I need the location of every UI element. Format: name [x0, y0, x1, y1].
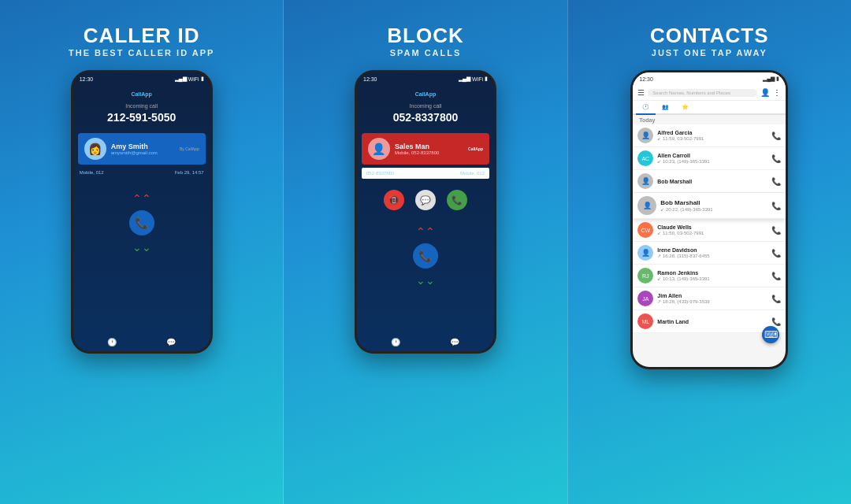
status-icons-3: ▂▄▆ ▮ — [763, 76, 779, 82]
callapp-logo-2: CallApp — [415, 91, 436, 97]
accept-btn-2[interactable]: 📞 — [413, 243, 438, 269]
signal-icon-3: ▂▄▆ — [763, 76, 775, 82]
contact-avatar-bob: 👤 — [637, 196, 656, 215]
contact-info-martin: Martin Land — [657, 319, 767, 324]
call-meta-1: Mobile, 012 Feb 29, 14:57 — [78, 168, 206, 177]
battery-icon-1: ▮ — [201, 76, 204, 82]
battery-icon-2: ▮ — [485, 76, 488, 82]
phone-mockup-2: 12:30 ▂▄▆ WiFi ▮ CallApp Incoming call 0… — [355, 70, 496, 354]
decline-button[interactable]: 📵 — [384, 190, 404, 210]
caller-avatar-1: 👩 — [84, 138, 106, 160]
call-action-buttons: 📵 💬 📞 — [384, 190, 467, 210]
message-icon-1: 💬 — [166, 338, 176, 346]
call-icon-bob[interactable]: 📞 — [771, 202, 781, 210]
incoming-label-2: Incoming call — [410, 103, 442, 109]
call-screen-1: CallApp Incoming call 212-591-5050 👩 Amy… — [73, 85, 210, 354]
profile-icon[interactable]: 👤 — [760, 88, 770, 97]
contact-row-bob-highlighted: 👤 Bob Marshall ↙ 20:22, (149)-365-3391 📞 — [633, 193, 786, 219]
contact-detail-bob: ↙ 20:22, (149)-365-3391 — [660, 206, 767, 212]
caller-id-main-title: CALLER ID — [69, 24, 214, 48]
spam-call-type: Mobile, 012 — [460, 171, 485, 176]
phone-bottom-bar-2: 🕐 💬 — [357, 338, 494, 346]
spam-callapp-logo: CallApp — [444, 146, 483, 151]
contact-avatar-jim: JA — [637, 291, 653, 306]
spam-caller-name: Sales Man — [395, 143, 439, 150]
more-icon[interactable]: ⋮ — [773, 88, 781, 97]
contacts-list-container: Today 👤 Alfred Garcia ↙ 11:59, 03-502-79… — [633, 115, 786, 354]
panel-caller-id: CALLER ID THE BEST CALLER ID APP 12:30 ▂… — [0, 0, 283, 504]
call-icon-martin[interactable]: 📞 — [771, 317, 781, 326]
call-icon-jim[interactable]: 📞 — [771, 295, 781, 303]
panel-3-title: CONTACTS JUST ONE TAP AWAY — [650, 24, 769, 57]
call-type-1: Mobile, 012 — [80, 170, 104, 175]
contact-detail-irene: ↗ 16:28, (315)-837-6455 — [657, 253, 767, 258]
contact-avatar-irene: 👤 — [637, 245, 653, 261]
accept-button-2[interactable]: 📞 — [447, 190, 467, 210]
contact-detail-alfred: ↙ 11:59, 03-502-7991 — [657, 135, 767, 141]
caller-text-1: Amy Smith amysmith@gmail.com — [111, 143, 158, 155]
contact-name-allen: Allen Carroll — [657, 153, 767, 158]
call-icon-irene[interactable]: 📞 — [771, 249, 781, 258]
contact-row-alfred: 👤 Alfred Garcia ↙ 11:59, 03-502-7991 📞 — [633, 124, 786, 147]
contact-name-martin: Martin Land — [657, 319, 767, 324]
time-display-1: 12:30 — [80, 76, 94, 82]
contact-avatar-ramon: RJ — [637, 268, 653, 284]
caller-name-1: Amy Smith — [111, 143, 158, 150]
tab-favorites[interactable]: ⭐ — [675, 101, 695, 115]
panel-contacts: CONTACTS JUST ONE TAP AWAY 12:30 ▂▄▆ ▮ ☰… — [568, 0, 851, 504]
call-actions-1: ⌃⌃ 📞 ⌄⌄ — [129, 193, 154, 253]
contact-name-bob-preview: Bob Marshall — [657, 179, 767, 184]
contact-info-irene: Irene Davidson ↗ 16:28, (315)-837-6455 — [657, 247, 767, 258]
contact-row-bob-preview: 👤 Bob Marshall 📞 — [633, 170, 786, 193]
swipe-up-arrows-2: ⌃⌃ — [416, 226, 435, 237]
contact-name-ramon: Ramon Jenkins — [657, 270, 767, 276]
callapp-logo-1: CallApp — [131, 91, 151, 97]
swipe-up-arrows-1: ⌃⌃ — [132, 193, 151, 204]
contact-row-jim: JA Jim Allen ↗ 18:28, (433)-979-3539 📞 — [633, 287, 786, 310]
contact-info-ramon: Ramon Jenkins ↙ 10:13, (149)-365-3391 — [657, 270, 767, 281]
call-actions-2: ⌃⌃ 📞 ⌄⌄ — [413, 226, 438, 286]
fab-dial-button[interactable]: ⌨ — [762, 326, 779, 343]
call-icon-alfred[interactable]: 📞 — [771, 132, 781, 140]
contact-row-claude: CW Claude Wells ↙ 11:50, 03-502-7991 📞 — [633, 219, 786, 242]
call-icon-allen[interactable]: 📞 — [771, 154, 781, 163]
search-bar-contacts[interactable]: Search Names, Numbers and Places — [648, 89, 757, 97]
contact-row-irene: 👤 Irene Davidson ↗ 16:28, (315)-837-6455… — [633, 242, 786, 265]
contact-detail-claude: ↙ 11:50, 03-502-7991 — [657, 230, 767, 235]
contact-info-jim: Jim Allen ↗ 18:28, (433)-979-3539 — [657, 293, 767, 304]
spam-caller-sub: Mobile, 052-8337800 — [395, 150, 439, 155]
block-sub-title: SPAM CALLS — [387, 48, 463, 57]
phone-status-bar-1: 12:30 ▂▄▆ WiFi ▮ — [73, 72, 210, 85]
battery-icon-3: ▮ — [776, 76, 779, 82]
time-display-2: 12:30 — [363, 76, 377, 82]
contact-name-jim: Jim Allen — [657, 293, 767, 298]
call-datetime-1: Feb 29, 14:57 — [175, 170, 204, 175]
accept-button-1[interactable]: 📞 — [129, 210, 154, 235]
tab-contacts[interactable]: 👥 — [656, 101, 675, 115]
panel-block: BLOCK SPAM CALLS 12:30 ▂▄▆ WiFi ▮ CallAp… — [283, 0, 567, 504]
spam-meta-bar: 052-8337800 Mobile, 012 — [362, 168, 489, 179]
status-icons-2: ▂▄▆ WiFi ▮ — [459, 76, 488, 82]
contacts-top-right-icons: 👤 ⋮ — [760, 88, 781, 97]
hamburger-icon[interactable]: ☰ — [637, 88, 645, 97]
phone-number-2: 052-8337800 — [393, 111, 459, 124]
call-icon-bob-preview[interactable]: 📞 — [771, 177, 781, 186]
contact-info-bob: Bob Marshall ↙ 20:22, (149)-365-3391 — [660, 199, 767, 212]
spam-caller-text: Sales Man Mobile, 052-8337800 — [395, 143, 439, 155]
contact-avatar-bob-preview: 👤 — [637, 173, 653, 189]
by-callapp-1: By CallApp — [162, 146, 199, 151]
contact-detail-ramon: ↙ 10:13, (149)-365-3391 — [657, 276, 767, 281]
panel-1-title: CALLER ID THE BEST CALLER ID APP — [69, 24, 214, 57]
contact-avatar-claude: CW — [637, 222, 653, 238]
phone-mockup-1: 12:30 ▂▄▆ WiFi ▮ CallApp Incoming call 2… — [71, 70, 213, 354]
tab-recents[interactable]: 🕐 — [636, 101, 656, 115]
time-display-3: 12:30 — [639, 76, 653, 82]
message-button[interactable]: 💬 — [415, 190, 436, 210]
call-icon-claude[interactable]: 📞 — [771, 226, 781, 235]
contact-info-alfred: Alfred Garcia ↙ 11:59, 03-502-7991 — [657, 130, 767, 141]
phone-number-1: 212-591-5050 — [107, 111, 176, 124]
wifi-icon-1: WiFi — [188, 76, 199, 82]
contact-row-ramon: RJ Ramon Jenkins ↙ 10:13, (149)-365-3391… — [633, 265, 786, 287]
call-icon-ramon[interactable]: 📞 — [771, 272, 781, 280]
contact-detail-jim: ↗ 18:28, (433)-979-3539 — [657, 298, 767, 304]
